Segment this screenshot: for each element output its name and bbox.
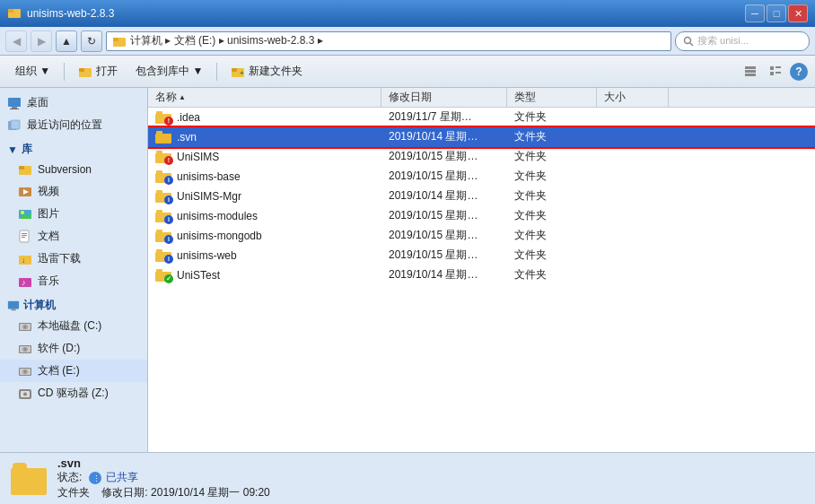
file-size (597, 127, 669, 146)
sidebar-item-drive-z[interactable]: CD 驱动器 (Z:) (0, 382, 147, 404)
up-button[interactable]: ▲ (56, 30, 77, 52)
svg-rect-20 (10, 109, 19, 109)
new-folder-button[interactable]: + 新建文件夹 (223, 59, 311, 84)
svg-rect-39 (11, 308, 15, 310)
svg-rect-13 (745, 74, 756, 76)
new-folder-icon: + (231, 65, 245, 79)
new-folder-label: 新建文件夹 (249, 64, 302, 79)
music-icon: ♪ (18, 274, 32, 289)
toolbar: 组织 ▼ 打开 包含到库中 ▼ + 新建文件夹 (0, 56, 815, 88)
file-date: 2019/10/14 星期… (381, 265, 507, 284)
sidebar-item-video[interactable]: 视频 (0, 180, 147, 203)
status-details-row1: 状态: ⋮ 已共享 (57, 470, 270, 485)
sidebar-item-music[interactable]: ♪ 音乐 (0, 270, 147, 292)
file-name-cell: iunisims-base (148, 167, 381, 186)
organize-button[interactable]: 组织 ▼ (7, 59, 58, 84)
svg-text:♪: ♪ (22, 278, 26, 287)
sidebar-section-computer: 计算机 (0, 292, 147, 315)
file-type: 文件夹 (507, 246, 597, 265)
svg-text:↓: ↓ (22, 256, 25, 265)
table-row[interactable]: !.idea2019/11/7 星期…文件夹 (148, 108, 815, 127)
status-badge: ! (164, 117, 173, 126)
file-date: 2019/10/14 星期… (381, 127, 507, 146)
svg-rect-16 (770, 72, 774, 75)
svg-rect-58 (155, 134, 171, 143)
sidebar-item-desktop[interactable]: 桌面 (0, 91, 147, 114)
svg-point-4 (685, 37, 691, 43)
svg-rect-14 (770, 66, 774, 70)
table-row[interactable]: iunisims-modules2019/10/15 星期…文件夹 (148, 206, 815, 226)
table-row[interactable]: iunisims-web2019/10/15 星期…文件夹 (148, 246, 815, 265)
breadcrumb[interactable]: 计算机 ▸ 文档 (E:) ▸ unisims-web-2.8.3 ▸ (106, 31, 671, 51)
folder-icon-wrap (155, 130, 171, 144)
file-size (597, 246, 669, 265)
sidebar-section-icon: ▼ (7, 143, 18, 156)
minimize-button[interactable]: ─ (745, 4, 765, 22)
search-bar[interactable]: 搜索 unisi... (675, 31, 810, 51)
file-name-cell: iunisims-web (148, 246, 381, 265)
folder-icon-wrap: ! (155, 110, 171, 125)
column-header-size[interactable]: 大小 (597, 88, 669, 107)
open-label: 打开 (96, 64, 118, 79)
status-badge: ! (164, 156, 173, 165)
status-bar: .svn 状态: ⋮ 已共享 文件夹 修改日期: 2019/10/14 星期一 … (0, 452, 815, 504)
file-type: 文件夹 (507, 108, 597, 126)
file-type: 文件夹 (507, 206, 597, 225)
file-name-cell: !.idea (148, 108, 381, 126)
file-name: unisims-modules (177, 210, 258, 222)
file-type: 文件夹 (507, 167, 597, 186)
sidebar: 桌面 最近访问的位置 ▼ 库 Subversion 视频 (0, 88, 148, 452)
table-row[interactable]: !UniSIMS2019/10/15 星期…文件夹 (148, 147, 815, 167)
maximize-button[interactable]: □ (767, 4, 786, 22)
file-type: 文件夹 (507, 226, 597, 245)
sidebar-label-pictures: 图片 (38, 206, 59, 222)
open-button[interactable]: 打开 (70, 59, 126, 84)
file-size (597, 265, 669, 284)
view-details-button[interactable] (765, 61, 786, 83)
file-name-cell: iUniSIMS-Mgr (148, 187, 381, 205)
folder-icon (155, 130, 171, 144)
close-button[interactable]: ✕ (788, 4, 808, 22)
file-type: 文件夹 (507, 187, 597, 205)
desktop-icon (7, 96, 22, 110)
status-folder-icon (11, 463, 47, 495)
sidebar-label-subversion: Subversion (38, 163, 92, 176)
column-header-date[interactable]: 修改日期 (381, 88, 507, 107)
sidebar-item-drive-d[interactable]: 软件 (D:) (0, 337, 147, 360)
computer-section-icon (7, 300, 20, 312)
forward-button[interactable]: ▶ (31, 30, 52, 52)
table-row[interactable]: iUniSIMS-Mgr2019/10/14 星期…文件夹 (148, 187, 815, 206)
svg-point-28 (21, 211, 24, 214)
svg-rect-30 (20, 230, 29, 242)
svg-rect-31 (22, 233, 27, 234)
table-row[interactable]: ✓UniSTest2019/10/14 星期…文件夹 (148, 265, 815, 285)
table-row[interactable]: iunisims-mongodb2019/10/15 星期…文件夹 (148, 226, 815, 246)
column-header-name[interactable]: 名称 ▲ (148, 88, 381, 107)
back-button[interactable]: ◀ (5, 30, 27, 52)
include-button[interactable]: 包含到库中 ▼ (127, 59, 211, 84)
help-button[interactable]: ? (790, 63, 808, 81)
svg-rect-32 (22, 235, 27, 236)
sidebar-item-drive-e[interactable]: 文档 (E:) (0, 360, 147, 382)
file-name: unisims-base (177, 170, 241, 183)
table-row[interactable]: .svn2019/10/14 星期…文件夹 (148, 127, 815, 147)
view-list-button[interactable] (740, 61, 761, 83)
file-name-cell: .svn (148, 127, 381, 146)
status-date-value: 2019/10/14 星期一 09:20 (151, 486, 270, 499)
svg-text:+: + (240, 69, 244, 77)
file-size (597, 206, 669, 225)
table-row[interactable]: iunisims-base2019/10/15 星期…文件夹 (148, 167, 815, 187)
svg-rect-33 (22, 237, 25, 238)
sidebar-item-documents[interactable]: 文档 (0, 225, 147, 248)
refresh-button[interactable]: ↻ (81, 30, 102, 52)
drive-d-icon (18, 342, 32, 356)
sidebar-item-recent[interactable]: 最近访问的位置 (0, 114, 147, 136)
file-area: 名称 ▲ 修改日期 类型 大小 !.idea2019/11/7 星期…文件夹.s… (148, 88, 815, 452)
window-controls: ─ □ ✕ (745, 4, 808, 22)
sidebar-item-drive-c[interactable]: 本地磁盘 (C:) (0, 315, 147, 337)
sidebar-item-pictures[interactable]: 图片 (0, 203, 147, 225)
sidebar-label-drive-d: 软件 (D:) (38, 341, 80, 356)
sidebar-item-subversion[interactable]: Subversion (0, 159, 147, 180)
sidebar-item-download[interactable]: ↓ 迅雷下载 (0, 248, 147, 270)
column-header-type[interactable]: 类型 (507, 88, 597, 107)
